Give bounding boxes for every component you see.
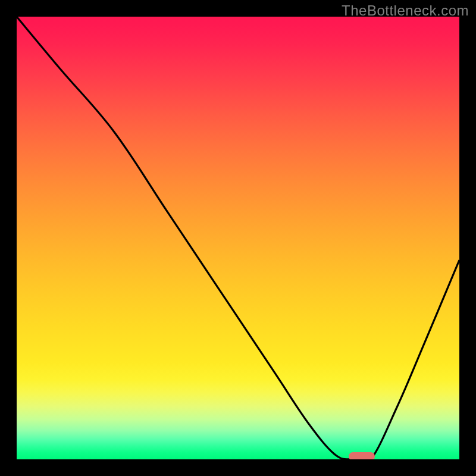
bottleneck-curve [17, 17, 459, 459]
watermark-text: TheBottleneck.com [342, 2, 469, 19]
curve-line [17, 17, 459, 459]
plot-area [17, 17, 459, 459]
chart-container: TheBottleneck.com [0, 0, 476, 476]
optimum-marker [349, 452, 375, 459]
